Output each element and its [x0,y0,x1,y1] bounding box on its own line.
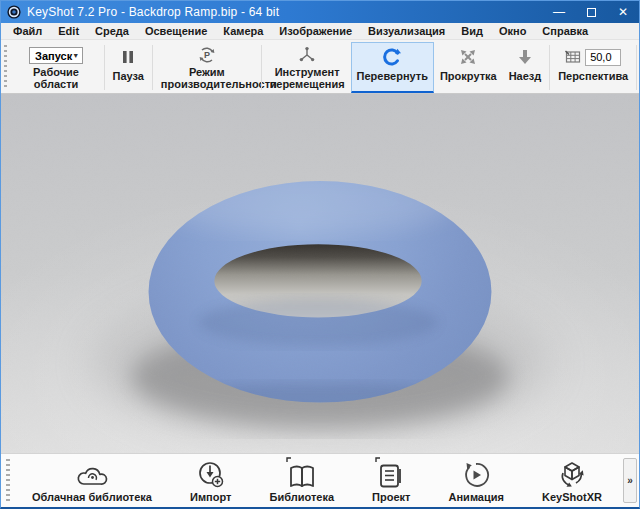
maximize-button[interactable] [575,1,607,23]
app-window: KeyShot 7.2 Pro - Backdrop Ramp.bip - 64… [0,0,640,509]
tumble-rotate-icon [382,46,402,68]
perspective-value-input[interactable] [585,49,621,66]
menu-environment[interactable]: Среда [87,25,137,37]
minimize-button[interactable]: — [543,1,575,23]
keyshotxr-label: KeyShotXR [542,491,602,503]
keyshot-logo-icon [7,5,21,19]
menu-edit[interactable]: Edit [50,25,87,37]
maximize-icon [587,8,596,17]
menu-file[interactable]: Файл [5,25,50,37]
cloud-library-icon [75,458,109,490]
menu-image[interactable]: Изображение [271,25,360,37]
import-button[interactable]: Импорт [184,456,237,505]
workspaces-group: Запуск ▼ Рабочие области [10,42,101,93]
menu-help[interactable]: Справка [534,25,596,37]
cloud-library-button[interactable]: Облачная библиотека [26,456,158,505]
ribbon-drag-handle[interactable] [6,459,10,502]
import-label: Импорт [190,491,231,503]
pause-icon [120,46,136,68]
move-tool-icon [298,46,316,64]
toolbar-separator [152,45,153,90]
workspace-dropdown-value: Запуск [35,50,72,62]
toolbar-separator [104,45,105,90]
keyshotxr-icon [556,458,588,490]
perspective-grid-icon [565,50,581,64]
detach-panel-icon [375,457,383,463]
perspective-label: Перспектива [558,70,628,82]
close-button[interactable]: ✕ [607,1,639,23]
performance-mode-button[interactable]: P Режим производительности [155,42,259,93]
animation-button[interactable]: Анимация [443,456,510,505]
animation-icon [461,458,491,490]
toolbar-separator [636,45,637,90]
menu-render[interactable]: Визуализация [360,25,453,37]
toolbar-separator [261,45,262,90]
menubar: Файл Edit Среда Освещение Камера Изображ… [1,23,639,40]
project-button[interactable]: Проект [366,456,416,505]
tumble-button[interactable]: Перевернуть [351,42,434,93]
project-label: Проект [372,491,410,503]
move-tool-label: Инструмент перемещения [270,66,345,90]
menu-lighting[interactable]: Освещение [137,25,215,37]
move-tool-button[interactable]: Инструмент перемещения [264,42,351,93]
pause-button[interactable]: Пауза [107,42,150,93]
realtime-viewport[interactable] [1,94,639,453]
dolly-arrow-icon [517,46,533,68]
ribbon-toolbar: Облачная библиотека Импорт [1,453,639,507]
performance-mode-icon: P [198,46,216,64]
titlebar[interactable]: KeyShot 7.2 Pro - Backdrop Ramp.bip - 64… [1,1,639,23]
toolbar-separator [549,45,550,90]
svg-text:P: P [204,50,210,60]
pause-label: Пауза [113,70,144,82]
cloud-library-label: Облачная библиотека [32,491,152,503]
performance-mode-label: Режим производительности [161,66,253,90]
pan-arrows-icon [459,46,477,68]
menu-view[interactable]: Вид [453,25,491,37]
animation-label: Анимация [449,491,504,503]
detach-panel-icon [286,457,294,463]
import-icon [196,458,226,490]
workspace-dropdown[interactable]: Запуск ▼ [29,47,83,64]
workspaces-label: Рабочие области [16,66,95,90]
ribbon-overflow-button[interactable]: » [623,458,637,503]
menu-window[interactable]: Окно [491,25,534,37]
dolly-button[interactable]: Наезд [503,42,548,93]
perspective-group: Перспектива [552,42,634,93]
pan-label: Прокрутка [440,70,497,82]
library-button[interactable]: Библиотека [264,456,341,505]
keyshotxr-button[interactable]: KeyShotXR [536,456,608,505]
chevron-down-icon: ▼ [72,52,79,59]
main-toolbar: Запуск ▼ Рабочие области Пауза [1,40,639,94]
tumble-label: Перевернуть [357,70,428,82]
window-title: KeyShot 7.2 Pro - Backdrop Ramp.bip - 64… [27,5,279,19]
pan-button[interactable]: Прокрутка [434,42,503,93]
menu-camera[interactable]: Камера [215,25,271,37]
toolbar-drag-handle[interactable] [4,45,7,90]
dolly-label: Наезд [509,70,542,82]
library-label: Библиотека [270,491,335,503]
render-scene [1,94,639,453]
